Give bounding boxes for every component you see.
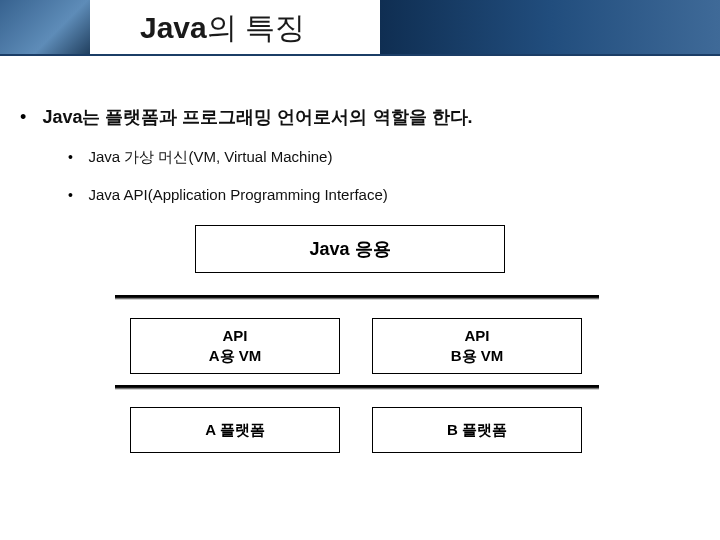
diagram-box-platform-b: B 플랫폼	[372, 407, 582, 453]
diagram-b1-line1: API	[451, 326, 504, 346]
content-area: • Java는 플랫폼과 프로그래밍 언어로서의 역할을 한다. • Java …	[0, 105, 720, 223]
diagram-divider-2	[115, 385, 599, 390]
diagram-a2-label: A 플랫폼	[205, 420, 264, 440]
diagram-a1-line2: A용 VM	[209, 346, 262, 366]
diagram-box-platform-a: A 플랫폼	[130, 407, 340, 453]
bullet-level2-text-a: Java 가상 머신(VM, Virtual Machine)	[88, 147, 332, 167]
bullet-dot-icon: •	[20, 105, 38, 129]
title-underline	[0, 54, 720, 56]
bullet-dot-icon: •	[68, 147, 84, 167]
bullet-level1: • Java는 플랫폼과 프로그래밍 언어로서의 역할을 한다.	[20, 105, 690, 129]
diagram-divider-1	[115, 295, 599, 300]
bullet-level2-item: • Java 가상 머신(VM, Virtual Machine)	[68, 147, 720, 167]
bullet-level2-list: • Java 가상 머신(VM, Virtual Machine) • Java…	[68, 147, 720, 205]
slide-title: Java의 특징	[140, 8, 305, 49]
diagram-box-top: Java 응용	[195, 225, 505, 273]
title-suffix: 의 특징	[207, 11, 305, 44]
diagram-b2-label: B 플랫폼	[447, 420, 507, 440]
diagram-box-top-label: Java 응용	[309, 237, 390, 261]
diagram-box-api-b: API B용 VM	[372, 318, 582, 374]
diagram-box-api-a: API A용 VM	[130, 318, 340, 374]
diagram-b1-line2: B용 VM	[451, 346, 504, 366]
bullet-level1-text: Java는 플랫폼과 프로그래밍 언어로서의 역할을 한다.	[42, 105, 472, 129]
bullet-level2-text-b: Java API(Application Programming Interfa…	[88, 185, 387, 205]
title-main: Java	[140, 11, 207, 44]
bullet-dot-icon: •	[68, 185, 84, 205]
bullet-level2-item: • Java API(Application Programming Inter…	[68, 185, 720, 205]
title-bg-left-decoration	[0, 0, 90, 56]
diagram-a1-line1: API	[209, 326, 262, 346]
slide: Java의 특징 • Java는 플랫폼과 프로그래밍 언어로서의 역할을 한다…	[0, 0, 720, 540]
title-bg-right-decoration	[380, 0, 720, 56]
title-band: Java의 특징	[0, 0, 720, 70]
